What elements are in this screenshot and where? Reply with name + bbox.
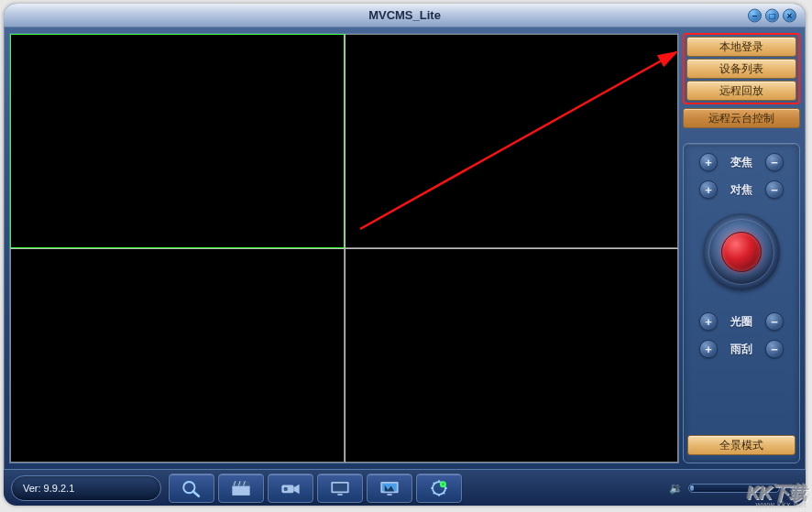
svg-rect-3 (232, 485, 249, 496)
svg-line-23 (433, 482, 435, 484)
remote-ptz-control-button[interactable]: 远程云台控制 (683, 108, 800, 128)
volume-slider[interactable] (688, 484, 780, 493)
svg-line-2 (193, 491, 199, 496)
gear-plus-icon: + (426, 477, 452, 499)
iris-open-button[interactable]: + (699, 312, 718, 331)
record-tool-button[interactable] (218, 474, 264, 503)
svg-rect-17 (387, 494, 391, 496)
monitor-icon (327, 477, 353, 499)
display-tool-button[interactable] (367, 474, 412, 503)
svg-rect-13 (337, 494, 342, 496)
local-login-button[interactable]: 本地登录 (686, 37, 796, 57)
magnifier-icon (179, 477, 204, 499)
camcorder-icon (278, 477, 303, 499)
wiper-on-button[interactable]: + (699, 340, 718, 358)
device-list-button[interactable]: 设备列表 (686, 59, 796, 79)
search-tool-button[interactable] (169, 474, 214, 503)
wiper-label: 雨刮 (727, 342, 756, 357)
highlighted-menu-group: 本地登录 设备列表 远程回放 (683, 33, 800, 104)
titlebar: MVCMS_Lite – □ × (4, 4, 806, 27)
speaker-icon: 🔉 (669, 482, 683, 495)
settings-tool-button[interactable]: + (416, 474, 462, 503)
ptz-joystick[interactable] (703, 213, 780, 290)
zoom-label: 变焦 (727, 155, 756, 170)
iris-close-button[interactable]: − (765, 312, 784, 331)
svg-marker-9 (294, 484, 300, 494)
video-grid[interactable] (9, 33, 679, 463)
ptz-panel: + 变焦 − + 对焦 − + 光圈 − + (683, 143, 800, 463)
zoom-in-button[interactable]: + (699, 153, 718, 171)
app-window: MVCMS_Lite – □ × (4, 4, 806, 506)
window-controls: – □ × (748, 8, 796, 22)
display-wall-icon (377, 477, 402, 499)
app-title: MVCMS_Lite (368, 8, 441, 22)
camera-tool-button[interactable] (268, 474, 313, 503)
focus-in-button[interactable]: + (699, 180, 718, 199)
focus-out-button[interactable]: − (765, 180, 784, 199)
clapperboard-icon (228, 477, 254, 499)
volume-control: 🔉 (669, 482, 780, 495)
svg-text:+: + (442, 481, 444, 486)
svg-point-10 (284, 486, 288, 490)
video-pane-1[interactable] (10, 34, 345, 248)
close-button[interactable]: × (783, 8, 796, 22)
ptz-joystick-core[interactable] (721, 232, 762, 272)
svg-line-25 (433, 492, 435, 494)
svg-line-26 (443, 492, 444, 494)
sidebar: 本地登录 设备列表 远程回放 远程云台控制 + 变焦 − + 对焦 − (683, 33, 800, 463)
volume-fill (690, 485, 694, 491)
bottom-toolbar: Ver: 9.9.2.1 (4, 469, 806, 506)
video-pane-4[interactable] (345, 248, 679, 463)
panorama-mode-button[interactable]: 全景模式 (687, 435, 796, 455)
maximize-button[interactable]: □ (765, 8, 779, 22)
iris-label: 光圈 (727, 314, 756, 330)
video-pane-3[interactable] (10, 248, 345, 463)
wiper-off-button[interactable]: − (765, 340, 784, 358)
tool-button-group: + (169, 474, 462, 503)
video-pane-2[interactable] (345, 34, 679, 248)
minimize-button[interactable]: – (748, 8, 762, 22)
zoom-out-button[interactable]: − (765, 153, 784, 171)
remote-playback-button[interactable]: 远程回放 (686, 81, 796, 101)
focus-label: 对焦 (727, 182, 756, 198)
version-label: Ver: 9.9.2.1 (11, 475, 161, 501)
monitor-tool-button[interactable] (317, 474, 363, 503)
svg-rect-12 (333, 483, 347, 491)
